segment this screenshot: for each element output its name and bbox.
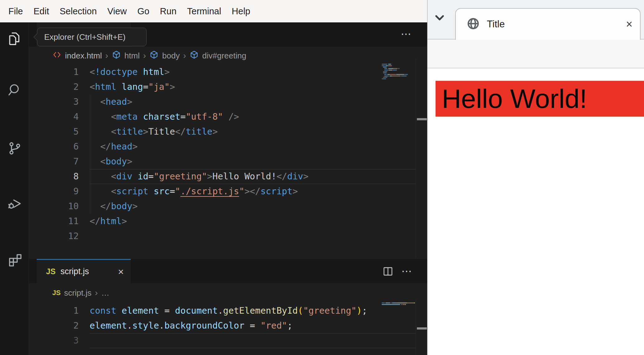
minimap-mark <box>396 74 404 75</box>
line-text: <title>Title</title> <box>90 124 416 139</box>
more-actions-icon[interactable]: ⋯ <box>401 266 413 276</box>
breadcrumb-html[interactable]: html <box>124 51 140 61</box>
minimap[interactable] <box>382 64 415 84</box>
search-icon[interactable] <box>6 82 23 99</box>
chevron-right-icon: › <box>143 51 146 61</box>
code-line[interactable]: 4 <meta charset="utf-8" /> <box>29 109 416 124</box>
line-number[interactable]: 9 <box>29 184 79 199</box>
browser-window: Title × ファイル /home/u <box>427 0 644 355</box>
chevron-right-icon: › <box>95 288 98 298</box>
line-text: <script src="./script.js"></script> <box>90 184 416 199</box>
menu-help[interactable]: Help <box>226 6 256 16</box>
line-number[interactable]: 7 <box>29 154 79 169</box>
minimap-mark <box>391 65 392 66</box>
minimap-mark <box>384 77 387 78</box>
line-text: <!doctype html> <box>90 65 416 80</box>
minimap-mark <box>385 74 387 75</box>
line-number[interactable]: 4 <box>29 109 79 124</box>
run-and-debug-icon[interactable] <box>6 194 23 211</box>
breadcrumb-symbol[interactable]: … <box>101 288 109 298</box>
line-number[interactable]: 8 <box>29 169 79 184</box>
chevron-down-icon[interactable] <box>434 13 446 24</box>
code-line[interactable]: 7 <body> <box>29 154 416 169</box>
code-line[interactable]: 5 <title>Title</title> <box>29 124 416 139</box>
breadcrumb-file[interactable]: index.html <box>65 51 102 61</box>
js-code-area[interactable]: 1const element = document.getElementById… <box>29 303 416 355</box>
scrollbar[interactable] <box>416 300 427 355</box>
minimap-mark <box>387 71 387 72</box>
menu-terminal[interactable]: Terminal <box>182 6 226 16</box>
minimap-mark <box>385 302 390 303</box>
code-line[interactable]: 3 <head> <box>29 95 416 109</box>
code-line[interactable]: 12 <box>29 229 416 244</box>
line-text: <body> <box>90 154 416 169</box>
code-line[interactable]: 2element.style.backgroundColor = "red"; <box>29 318 416 333</box>
close-icon[interactable]: × <box>626 19 632 30</box>
menu-run[interactable]: Run <box>155 6 182 16</box>
minimap-mark <box>389 65 391 66</box>
minimap-mark <box>389 70 392 71</box>
extensions-icon[interactable] <box>6 250 23 267</box>
overview-cursor-marker <box>417 118 427 120</box>
menu-go[interactable]: Go <box>132 6 155 16</box>
tab-label: script.js <box>61 267 89 276</box>
line-number[interactable]: 5 <box>29 124 79 139</box>
breadcrumb-body[interactable]: body <box>162 51 180 61</box>
code-line[interactable]: 11</html> <box>29 214 416 229</box>
menu-file[interactable]: File <box>3 6 28 16</box>
code-line[interactable]: 1const element = document.getElementById… <box>29 303 416 318</box>
tab-script-js[interactable]: JS script.js × <box>37 259 131 283</box>
line-number[interactable]: 6 <box>29 139 79 154</box>
source-control-icon[interactable] <box>6 140 23 157</box>
minimap-mark <box>396 70 397 71</box>
code-line[interactable]: 10 </body> <box>29 199 416 214</box>
browser-tab-strip: Title × <box>427 0 644 40</box>
line-number[interactable]: 3 <box>29 95 79 109</box>
split-editor-icon[interactable] <box>382 266 394 278</box>
minimap-mark <box>393 70 396 71</box>
code-line[interactable]: 3 <box>29 333 416 348</box>
minimap[interactable] <box>382 302 415 308</box>
line-number[interactable]: 12 <box>29 229 79 244</box>
line-text: </body> <box>90 199 416 214</box>
menu-bar: File Edit Selection View Go Run Terminal… <box>0 0 427 22</box>
line-number[interactable]: 2 <box>29 80 79 95</box>
minimap-mark <box>384 72 386 73</box>
breadcrumb: index.html › html › body › div#greeting <box>29 47 416 65</box>
minimap-mark <box>382 65 385 66</box>
code-line[interactable]: 2<html lang="ja"> <box>29 80 416 95</box>
scrollbar[interactable] <box>416 58 427 258</box>
minimap-mark <box>387 304 390 305</box>
line-number[interactable]: 10 <box>29 199 79 214</box>
line-number[interactable]: 3 <box>29 333 79 348</box>
line-text: <html lang="ja"> <box>90 80 416 95</box>
tab-strip-divider <box>427 39 455 39</box>
minimap-mark <box>388 68 393 69</box>
browser-tab[interactable]: Title × <box>455 8 641 40</box>
menu-edit[interactable]: Edit <box>28 6 54 16</box>
line-number[interactable]: 1 <box>29 65 79 80</box>
explorer-tooltip: Explorer (Ctrl+Shift+E) <box>37 28 147 46</box>
menu-view[interactable]: View <box>102 6 132 16</box>
minimap-mark <box>402 304 405 305</box>
code-line[interactable]: 9 <script src="./script.js"></script> <box>29 184 416 199</box>
minimap-mark <box>388 64 391 65</box>
code-line[interactable]: 6 </head> <box>29 139 416 154</box>
code-line[interactable]: 8 <div id="greeting">Hello World!</div> <box>29 169 416 184</box>
indent-guide <box>90 95 90 214</box>
line-number[interactable]: 1 <box>29 303 79 318</box>
more-actions-icon[interactable]: ⋯ <box>401 29 412 39</box>
breadcrumb-div-greeting[interactable]: div#greeting <box>202 51 246 61</box>
minimap-mark <box>390 74 396 75</box>
breadcrumb-file[interactable]: script.js <box>64 288 91 298</box>
line-number[interactable]: 2 <box>29 318 79 333</box>
menu-selection[interactable]: Selection <box>54 6 102 16</box>
tab-strip-divider <box>640 39 644 39</box>
explorer-icon[interactable] <box>6 30 23 47</box>
close-icon[interactable]: × <box>118 267 124 277</box>
code-line[interactable]: 1<!doctype html> <box>29 65 416 80</box>
html-code-area[interactable]: 1<!doctype html>2<html lang="ja">3 <head… <box>29 65 416 244</box>
minimap-mark <box>414 302 415 303</box>
line-number[interactable]: 11 <box>29 214 79 229</box>
screen: File Edit Selection View Go Run Terminal… <box>0 0 644 355</box>
